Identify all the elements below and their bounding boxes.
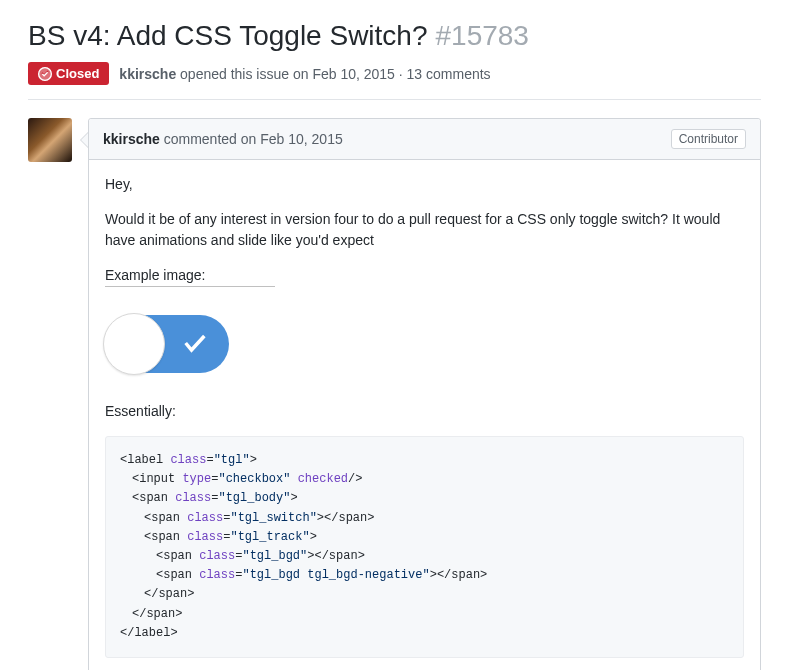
code-token: class (170, 453, 206, 467)
comment-body: Hey, Would it be of any interest in vers… (89, 160, 760, 670)
code-token: </span> (314, 549, 364, 563)
code-token: </label> (120, 626, 178, 640)
issue-header: BS v4: Add CSS Toggle Switch? #15783 Clo… (28, 20, 761, 100)
issue-number: #15783 (436, 20, 529, 52)
avatar[interactable] (28, 118, 72, 162)
issue-meta-text: kkirsche opened this issue on Feb 10, 20… (119, 66, 490, 82)
issue-title-row: BS v4: Add CSS Toggle Switch? #15783 (28, 20, 761, 52)
example-label-text: Example image: (105, 265, 275, 287)
code-token: checked (298, 472, 348, 486)
code-token: "tgl_track" (230, 530, 309, 544)
code-token: class (175, 491, 211, 505)
code-token: class (199, 568, 235, 582)
code-token: > (250, 453, 257, 467)
code-token: "tgl_bgd tgl_bgd-negative" (242, 568, 429, 582)
comment-body-text: Would it be of any interest in version f… (105, 209, 744, 251)
code-token: > (310, 530, 317, 544)
code-token: > (430, 568, 437, 582)
contributor-badge: Contributor (671, 129, 746, 149)
code-token: <span (144, 530, 180, 544)
code-token: <label (120, 453, 163, 467)
toggle-switch-demo (105, 315, 229, 373)
code-token: <input (132, 472, 175, 486)
code-token: "checkbox" (218, 472, 290, 486)
comment-author-link[interactable]: kkirsche (103, 131, 160, 147)
avatar-column (28, 118, 72, 670)
code-token: > (317, 511, 324, 525)
code-token: </span> (437, 568, 487, 582)
code-token: "tgl_switch" (230, 511, 316, 525)
code-token: class (187, 511, 223, 525)
status-badge-label: Closed (56, 66, 99, 81)
comment-container: kkirsche commented on Feb 10, 2015 Contr… (88, 118, 761, 670)
check-icon (181, 329, 209, 360)
code-token: > (290, 491, 297, 505)
code-token: class (199, 549, 235, 563)
issue-closed-icon (38, 67, 52, 81)
comment-action-text: commented on Feb 10, 2015 (164, 131, 343, 147)
issue-title: BS v4: Add CSS Toggle Switch? (28, 20, 428, 52)
toggle-knob (103, 313, 165, 375)
code-token: <span (144, 511, 180, 525)
code-token: <span (156, 568, 192, 582)
issue-author-link[interactable]: kkirsche (119, 66, 176, 82)
code-token: "tgl" (214, 453, 250, 467)
example-image-label: Example image: (105, 265, 744, 301)
issue-meta-row: Closed kkirsche opened this issue on Feb… (28, 62, 761, 100)
comment-box: kkirsche commented on Feb 10, 2015 Contr… (88, 118, 761, 670)
code-token: </span> (144, 587, 194, 601)
issue-opened-text: opened this issue on Feb 10, 2015 · 13 c… (180, 66, 491, 82)
code-token: <span (156, 549, 192, 563)
comment-header: kkirsche commented on Feb 10, 2015 Contr… (89, 119, 760, 160)
code-token: </span> (132, 607, 182, 621)
status-badge-closed: Closed (28, 62, 109, 85)
code-token: class (187, 530, 223, 544)
comment-greeting: Hey, (105, 174, 744, 195)
comment-header-text: kkirsche commented on Feb 10, 2015 (103, 131, 343, 147)
comment-arrow (80, 132, 88, 148)
code-block: <label class="tgl"> <input type="checkbo… (105, 436, 744, 658)
code-token: "tgl_body" (218, 491, 290, 505)
timeline: kkirsche commented on Feb 10, 2015 Contr… (28, 118, 761, 670)
code-token: "tgl_bgd" (242, 549, 307, 563)
code-token: type (182, 472, 211, 486)
code-token: <span (132, 491, 168, 505)
code-token: </span> (324, 511, 374, 525)
essentially-label: Essentially: (105, 401, 744, 422)
code-token: /> (348, 472, 362, 486)
